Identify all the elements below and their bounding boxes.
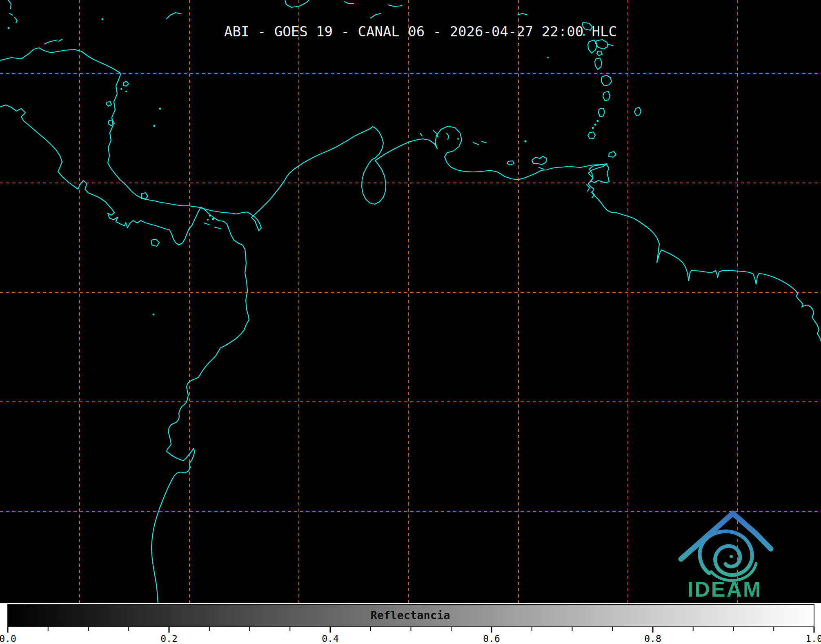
colorbar-label: Reflectancia bbox=[370, 609, 450, 622]
island-las-aves bbox=[457, 138, 459, 140]
island-miskito-dot-1 bbox=[120, 88, 122, 90]
colorbar-tick-label: 0.2 bbox=[160, 633, 178, 644]
island-pearl-island-1 bbox=[209, 215, 211, 217]
island-grenadine-2 bbox=[594, 124, 596, 126]
island-swan-island bbox=[102, 18, 104, 20]
colorbar-tick-label: 0.8 bbox=[644, 633, 661, 644]
island-sea-speck bbox=[547, 57, 549, 58]
island-pearl-island-2 bbox=[212, 218, 214, 220]
colorbar-tick-label: 0.4 bbox=[322, 633, 339, 644]
colorbar-tick-label: 0.6 bbox=[483, 633, 500, 644]
goes-satellite-map: ABI - GOES 19 - CANAL 06 - 2026-04-27 22… bbox=[0, 0, 821, 644]
island-grenadine-3 bbox=[592, 127, 594, 129]
map-background bbox=[0, 0, 821, 603]
logo-spiral-eye-icon bbox=[730, 555, 733, 558]
colorbar-tick-label: 0.0 bbox=[0, 633, 16, 644]
island-pearl-island-3 bbox=[207, 219, 209, 221]
satellite-image-viewer: ABI - GOES 19 - CANAL 06 - 2026-04-27 22… bbox=[0, 0, 821, 644]
colorbar: Reflectancia 0.00.20.40.60.81.0 bbox=[0, 603, 821, 644]
ideam-logo-text: IDEAM bbox=[688, 577, 762, 601]
island-grenadine-1 bbox=[597, 120, 599, 122]
island-malpelo bbox=[153, 314, 155, 316]
map-title: ABI - GOES 19 - CANAL 06 - 2026-04-27 22… bbox=[224, 23, 617, 40]
island-belize-cay-dot bbox=[8, 27, 10, 29]
island-miskito-dot-2 bbox=[125, 91, 127, 92]
island-blanquilla bbox=[525, 140, 527, 143]
island-providencia bbox=[159, 108, 161, 110]
colorbar-tick-label: 1.0 bbox=[805, 633, 821, 644]
island-san-andres bbox=[154, 125, 156, 127]
